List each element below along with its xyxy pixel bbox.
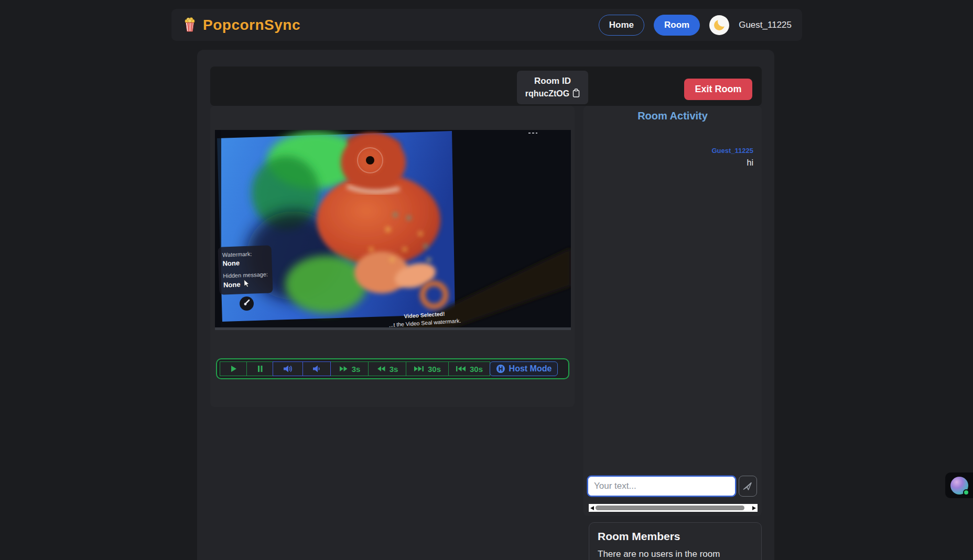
navbar: PopcornSync Home Room Guest_11225 [171,9,802,41]
message-text: hi [591,158,753,168]
watermark-label: Watermark: [222,250,267,259]
username-label: Guest_11225 [739,20,792,30]
rewind-icon [376,365,386,373]
forward-3s-label: 3s [352,365,361,374]
home-button[interactable]: Home [599,15,644,36]
forward-30s-label: 30s [428,365,441,374]
room-members-card: Room Members There are no users in the r… [589,522,762,560]
home-button-label: Home [609,20,634,30]
chat-horizontal-scrollbar[interactable] [589,504,758,512]
room-id-label: Room ID [534,76,571,86]
hidden-message-label: Hidden message: [223,271,268,279]
chat-panel: Room Activity Guest_11225 hi [583,106,762,516]
room-button[interactable]: Room [654,15,700,36]
brand-title: PopcornSync [203,17,300,34]
user-avatar[interactable] [709,15,729,35]
chat-message: Guest_11225 hi [591,147,753,168]
chameleon-video-frame [215,130,571,330]
video-panel: Watermark: None Hidden message: None [210,106,575,407]
send-message-button[interactable] [739,476,757,497]
brush-tool-button[interactable] [240,297,254,311]
back-30s-label: 30s [470,365,483,374]
forward-30s-button[interactable]: 30s [406,361,449,376]
brand[interactable]: PopcornSync [182,15,300,35]
message-author: Guest_11225 [591,147,753,155]
scrollbar-thumb[interactable] [596,506,744,510]
exit-room-button[interactable]: Exit Room [684,79,752,100]
watermark-tooltip: Watermark: None Hidden message: None [218,245,273,294]
volume-up-button[interactable] [273,361,303,376]
room-button-label: Room [664,20,689,30]
forward-3s-button[interactable]: 3s [330,361,369,376]
back-30s-button[interactable]: 30s [448,361,490,376]
skip-back-icon [456,365,466,373]
online-status-dot [963,489,969,496]
room-members-empty-text: There are no users in the room currently… [598,549,753,560]
chat-messages[interactable]: Guest_11225 hi [591,130,753,469]
host-mode-icon [496,364,505,374]
video-bottom-edge [215,327,571,330]
play-icon [229,365,237,373]
corner-presence-widget[interactable] [945,473,973,498]
skip-forward-icon [414,365,424,373]
pause-button[interactable] [246,361,273,376]
volume-down-icon [312,364,321,374]
chat-input[interactable] [588,477,735,496]
volume-up-icon [283,364,293,374]
fast-forward-icon [339,365,348,373]
room-members-title: Room Members [598,530,753,543]
send-paper-plane-icon [743,481,752,491]
moon-icon [714,20,725,30]
popcorn-icon [182,15,198,35]
video-player[interactable]: Watermark: None Hidden message: None [215,130,571,330]
tiny-overlay-text [528,133,537,134]
page: PopcornSync Home Room Guest_11225 Room I… [0,0,973,560]
pause-icon [256,365,264,373]
presence-avatar [950,477,968,495]
copy-clipboard-icon[interactable] [572,89,580,100]
volume-down-button[interactable] [302,361,331,376]
back-3s-button[interactable]: 3s [368,361,406,376]
scroll-right-arrow[interactable] [751,504,758,512]
scroll-left-arrow[interactable] [589,504,596,512]
play-button[interactable] [220,361,247,376]
room-id-value: rqhucZtOG [525,89,569,98]
watermark-value: None [222,258,267,268]
back-3s-label: 3s [390,365,398,374]
host-mode-button[interactable]: Host Mode [490,361,558,376]
mouse-cursor-icon [243,280,250,290]
hidden-message-value: None [223,281,241,290]
chat-title: Room Activity [583,110,762,122]
playback-controls: 3s 3s 30s 30s Host Mode [216,358,569,379]
host-mode-label: Host Mode [509,364,552,374]
room-header-band [210,67,762,106]
brush-icon [243,299,251,309]
room-id-box: Room ID rqhucZtOG [517,71,588,104]
